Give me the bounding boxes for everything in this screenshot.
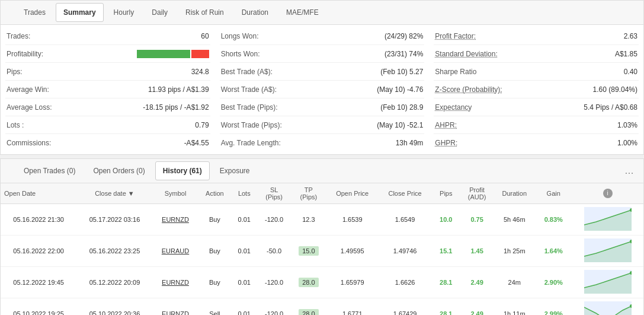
table-cell-r1-c1: 05.16.2022 23:25 [76,236,152,267]
stat-value: 60 [201,32,209,40]
stats-col-1: Trades:60Profitability:Pips:324.8Average… [1,27,215,152]
mini-chart [572,204,643,236]
table-cell-r1-c2[interactable]: EURAUD [153,236,198,267]
stats-col-2: Longs Won:(24/29) 82%Shorts Won:(23/31) … [215,27,430,152]
stat-label: Shorts Won: [221,50,260,58]
trading-activity-panel: Open Trades (0)Open Orders (0)History (6… [0,158,644,315]
stat-value: 1.00% [617,139,637,147]
table-cell-r2-c11: 24m [494,267,535,298]
stats-col-3: Profit Factor:2.63Standard Deviation:A$1… [429,27,643,152]
stat-value: 1.60 (89.04%) [593,85,637,94]
stat-row-col2-1: Shorts Won:(23/31) 74% [220,45,425,63]
stat-value: (Feb 10) 5.27 [380,68,423,76]
bottom-tab-2[interactable]: History (61) [155,161,210,180]
stat-row-col1-5: Lots :0.79 [5,116,210,134]
bottom-tabs: Open Trades (0)Open Orders (0)History (6… [15,159,258,183]
stat-row-col1-1: Profitability: [5,45,210,63]
stat-row-col3-5: AHPR:1.03% [434,116,639,134]
table-cell-r3-c2[interactable]: EURNZD [153,298,198,316]
mini-chart [572,267,643,298]
tab-trades[interactable]: Trades [16,3,53,22]
symbol-link[interactable]: EURNZD [162,216,189,223]
stat-label: Longs Won: [221,32,259,40]
table-cell-r0-c6: 12.3 [291,204,326,236]
stat-label: Lots : [7,121,24,129]
stat-row-col3-1: Standard Deviation:A$1.85 [434,45,639,63]
table-cell-r2-c0: 05.12.2022 19:45 [1,267,76,298]
stat-label: AHPR: [435,121,457,129]
stat-value: (May 10) -4.76 [377,85,423,94]
table-cell-r1-c11: 1h 25m [494,236,535,267]
symbol-link[interactable]: EURNZD [162,279,189,286]
tab-daily[interactable]: Daily [144,3,175,22]
table-cell-r3-c4: 0.01 [231,298,257,316]
table-cell-r2-c9: 28.1 [431,267,460,298]
table-cell-r2-c8: 1.6626 [379,267,432,298]
table-cell-r3-c12: 2.99% [535,298,572,316]
stat-value: 2.63 [624,32,637,40]
table-header-6: TP(Pips) [291,183,326,204]
advanced-statistics-title [5,7,15,18]
stat-label: Worst Trade (Pips): [221,121,282,129]
stat-row-col3-4: Expectancy5.4 Pips / A$0.68 [434,98,639,116]
bottom-tab-3[interactable]: Exposure [212,161,258,180]
table-cell-r0-c3: Buy [198,204,231,236]
table-cell-r2-c6: 28.0 [291,267,326,298]
stat-row-col2-0: Longs Won:(24/29) 82% [220,27,425,45]
tab-risk-of-ruin[interactable]: Risk of Ruin [178,3,232,22]
table-cell-r3-c7: 1.6771 [326,298,379,316]
table-cell-r2-c10: 2.49 [460,267,494,298]
stat-label: Average Loss: [7,103,52,112]
table-cell-r2-c3: Buy [198,267,231,298]
more-options-button[interactable]: … [620,161,639,181]
tp-value-highlight: 15.0 [299,246,318,256]
table-cell-r3-c0: 05.10.2022 19:25 [1,298,76,316]
trades-table-container: Open DateClose date ▼SymbolActionLotsSL(… [1,183,643,315]
bottom-tab-0[interactable]: Open Trades (0) [16,161,83,180]
stat-row-col2-5: Worst Trade (Pips):(May 10) -52.1 [220,116,425,134]
stat-value: (May 10) -52.1 [377,121,423,129]
stat-value: A$1.85 [615,50,637,58]
table-cell-r1-c4: 0.01 [231,236,257,267]
table-header-9: Pips [431,183,460,204]
table-cell-r3-c11: 1h 11m [494,298,535,316]
table-cell-r0-c10: 0.75 [460,204,494,236]
table-cell-r2-c2[interactable]: EURNZD [153,267,198,298]
stat-row-col2-3: Worst Trade (A$):(May 10) -4.76 [220,81,425,98]
profitability-bar [137,50,209,58]
stat-value: 324.8 [191,68,209,76]
table-cell-r1-c5: -50.0 [257,236,291,267]
table-cell-r2-c4: 0.01 [231,267,257,298]
symbol-link[interactable]: EURNZD [162,310,189,315]
info-icon[interactable]: i [603,189,613,198]
table-cell-r3-c3: Sell [198,298,231,316]
stat-label: Average Win: [7,85,49,94]
stat-value: (24/29) 82% [385,32,423,40]
table-header-5: SL(Pips) [257,183,291,204]
table-header-11: Duration [494,183,535,204]
profit-bar-green [137,50,190,58]
tab-hourly[interactable]: Hourly [106,3,142,22]
stat-label: Profitability: [7,50,43,58]
table-row: 05.10.2022 19:2505.10.2022 20:36EURNZDSe… [1,298,643,316]
stat-value: 0.40 [624,68,637,76]
tab-duration[interactable]: Duration [234,3,276,22]
table-header-8: Close Price [379,183,432,204]
stat-value: (23/31) 74% [385,50,423,58]
table-cell-r0-c2[interactable]: EURNZD [153,204,198,236]
table-cell-r1-c3: Buy [198,236,231,267]
table-header-0[interactable]: Open Date [1,183,76,204]
trading-activity-title [5,165,15,177]
table-header-10: Profit(AUD) [460,183,494,204]
tab-summary[interactable]: Summary [56,3,104,22]
top-tabs: TradesSummaryHourlyDailyRisk of RuinDura… [15,1,328,24]
table-header-1[interactable]: Close date ▼ [76,183,152,204]
symbol-link[interactable]: EURAUD [162,247,189,254]
tab-maemfe[interactable]: MAE/MFE [278,3,326,22]
table-cell-r2-c7: 1.65979 [326,267,379,298]
table-cell-r3-c6: 28.0 [291,298,326,316]
table-cell-r3-c8: 1.67429 [379,298,432,316]
stat-label: Standard Deviation: [435,50,497,58]
bottom-tab-1[interactable]: Open Orders (0) [85,161,152,180]
table-cell-r0-c7: 1.6539 [326,204,379,236]
